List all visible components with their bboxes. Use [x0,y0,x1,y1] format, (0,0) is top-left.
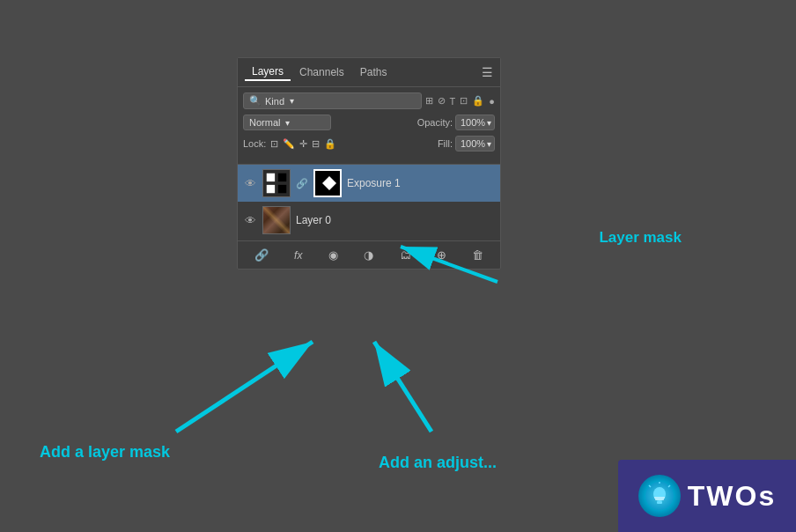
mask-shape [322,176,336,190]
layer-name: Layer 0 [296,214,495,226]
filter-icons: ⊞ ⊘ T ⊡ 🔒 ● [425,95,495,107]
svg-rect-2 [267,185,275,193]
svg-rect-13 [657,501,662,504]
search-icon: 🔍 [249,95,262,107]
adjustment-filter-icon[interactable]: ⊘ [438,95,446,107]
svg-line-10 [374,342,431,432]
add-mask-button[interactable]: ◉ [325,247,342,263]
new-layer-button[interactable]: ⊕ [433,247,450,263]
lock-pixels-icon[interactable]: ✏️ [283,138,295,150]
visibility-icon[interactable]: 👁 [243,177,257,190]
tab-layers[interactable]: Layers [245,63,291,81]
shape-filter-icon[interactable]: ⊡ [460,95,468,107]
lock-text: Lock: [243,138,266,149]
delete-layer-button[interactable]: 🗑 [468,247,487,263]
layer-mask-thumb[interactable] [313,169,342,197]
kind-label: Kind [265,96,284,107]
mask-content [315,169,340,197]
tab-paths[interactable]: Paths [353,64,394,80]
lock-artboard-icon[interactable]: ⊟ [312,138,320,150]
svg-line-9 [176,342,313,432]
panel-toolbar: 🔗 fx ◉ ◑ 🗂 ⊕ 🗑 [238,240,500,269]
fill-value[interactable]: 100% [455,136,495,151]
link-layers-button[interactable]: 🔗 [251,247,272,263]
add-layer-mask-annotation: Add a layer mask [40,443,170,462]
add-adjustment-button[interactable]: ◑ [360,247,377,263]
layer-item[interactable]: 👁 Layer 0 [238,202,500,239]
svg-rect-1 [267,174,275,181]
panel-menu-icon[interactable]: ☰ [482,65,493,79]
dot-filter-icon[interactable]: ● [489,96,495,107]
layer0-thumb [262,206,291,234]
fx-button[interactable]: fx [291,248,306,263]
panel-body: 🔍 Kind ⊞ ⊘ T ⊡ 🔒 ● Normal Opacity: 100% [238,87,500,164]
group-layers-button[interactable]: 🗂 [396,247,415,263]
fill-group: Fill: 100% [438,136,495,151]
blend-mode-dropdown[interactable]: Normal [243,115,331,130]
svg-rect-3 [278,174,286,181]
filter-row: 🔍 Kind ⊞ ⊘ T ⊡ 🔒 ● [243,92,495,109]
exposure-thumb-svg [263,169,290,197]
visibility-icon[interactable]: 👁 [243,214,257,227]
opacity-group: Opacity: 100% [417,115,495,130]
twos-logo-icon [638,475,681,517]
layer-name: Exposure 1 [347,177,495,189]
svg-rect-4 [278,185,286,193]
kind-dropdown[interactable]: 🔍 Kind [243,92,422,109]
layer-link-icon: 🔗 [296,178,308,189]
lock-transparent-icon[interactable]: ⊡ [270,138,278,150]
lightbulb-icon [644,480,675,512]
pixel-filter-icon[interactable]: ⊞ [425,95,433,107]
type-filter-icon[interactable]: T [450,96,456,107]
fill-label: Fill: [438,138,453,149]
layer-item[interactable]: 👁 🔗 Exposure 1 [238,165,500,202]
lock-position-icon[interactable]: ✛ [299,138,307,150]
panel-header: Layers Channels Paths ☰ [238,58,500,87]
opacity-label: Opacity: [417,117,453,128]
lock-row: Lock: ⊡ ✏️ ✛ ⊟ 🔒 Fill: 100% [243,136,495,151]
layers-list: 👁 🔗 Exposure 1 👁 [238,164,500,239]
twos-brand-text: TWOs [688,480,776,513]
layers-panel: Layers Channels Paths ☰ 🔍 Kind ⊞ ⊘ T ⊡ 🔒… [237,57,501,270]
layer-content-thumb [262,169,291,197]
lock-all-icon[interactable]: 🔒 [324,138,336,150]
lock-filter-icon[interactable]: 🔒 [472,95,484,107]
opacity-value[interactable]: 100% [455,115,495,130]
tab-channels[interactable]: Channels [292,64,351,80]
blend-mode-label: Normal [249,117,280,128]
add-adjustment-annotation: Add an adjust... [379,454,497,472]
twos-watermark: TWOs [618,460,796,532]
layer-mask-annotation: Layer mask [599,229,682,247]
blend-row: Normal Opacity: 100% [243,115,495,130]
